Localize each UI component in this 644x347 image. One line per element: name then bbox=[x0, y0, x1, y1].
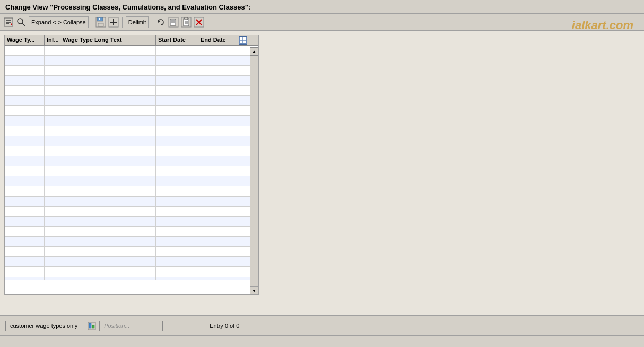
customer-wage-types-button[interactable]: customer wage types only bbox=[5, 321, 82, 331]
position-button[interactable]: Position... bbox=[99, 321, 163, 331]
table-cell bbox=[198, 197, 238, 206]
table-cell bbox=[60, 186, 156, 196]
table-row[interactable] bbox=[5, 126, 258, 136]
table-cell bbox=[45, 146, 60, 156]
table-cell bbox=[156, 146, 198, 156]
table-row[interactable] bbox=[5, 156, 258, 166]
table-cell-scrollbar bbox=[238, 197, 248, 206]
paste-icon[interactable] bbox=[181, 17, 192, 28]
table-cell bbox=[198, 86, 238, 95]
table-row[interactable] bbox=[5, 217, 258, 227]
table-cell bbox=[198, 156, 238, 166]
table-cell bbox=[198, 207, 238, 216]
col-header-wage-type-long: Wage Type Long Text bbox=[60, 35, 156, 45]
table-cell bbox=[60, 267, 156, 277]
table-row[interactable] bbox=[5, 227, 258, 237]
table-cell bbox=[198, 56, 238, 65]
table-row[interactable] bbox=[5, 267, 258, 277]
table-row[interactable] bbox=[5, 207, 258, 217]
table-row[interactable] bbox=[5, 106, 258, 116]
expand-collapse-button[interactable]: Expand <-> Collapse bbox=[29, 16, 89, 28]
svg-rect-32 bbox=[92, 325, 94, 328]
table-cell-scrollbar bbox=[238, 76, 248, 85]
table-cell bbox=[45, 257, 60, 266]
col-header-wage-type: Wage Ty... bbox=[5, 35, 45, 45]
data-table: Wage Ty... Inf... Wage Type Long Text St… bbox=[4, 35, 259, 295]
scrollbar-track[interactable] bbox=[250, 56, 258, 287]
table-row[interactable] bbox=[5, 237, 258, 247]
table-cell bbox=[60, 136, 156, 146]
table-cell bbox=[60, 227, 156, 236]
status-bar bbox=[0, 335, 644, 347]
svg-rect-19 bbox=[185, 17, 188, 20]
table-row[interactable] bbox=[5, 76, 258, 86]
col-chooser-icon[interactable] bbox=[238, 35, 248, 45]
find-icon[interactable] bbox=[16, 17, 27, 28]
table-cell bbox=[60, 66, 156, 75]
table-cell bbox=[60, 76, 156, 85]
table-cell bbox=[198, 96, 238, 105]
table-cell bbox=[5, 217, 45, 226]
table-cell bbox=[198, 237, 238, 246]
column-chooser-button[interactable] bbox=[239, 36, 247, 45]
table-row[interactable] bbox=[5, 96, 258, 106]
scroll-up-button[interactable]: ▲ bbox=[250, 47, 258, 56]
table-row[interactable] bbox=[5, 277, 258, 280]
table-cell-scrollbar bbox=[238, 166, 248, 176]
table-cell bbox=[156, 197, 198, 206]
customizing-icon[interactable] bbox=[3, 17, 14, 28]
table-row[interactable] bbox=[5, 116, 258, 126]
table-cell bbox=[156, 126, 198, 136]
svg-line-3 bbox=[22, 23, 25, 26]
table-row[interactable] bbox=[5, 56, 258, 66]
table-cell bbox=[60, 86, 156, 95]
delete-icon[interactable] bbox=[194, 17, 204, 28]
table-row[interactable] bbox=[5, 176, 258, 186]
table-cell bbox=[45, 106, 60, 115]
table-cell bbox=[156, 46, 198, 55]
table-cell bbox=[156, 227, 198, 236]
table-cell bbox=[156, 207, 198, 216]
delimit-button[interactable]: Delimit bbox=[126, 16, 149, 28]
table-cell-scrollbar bbox=[238, 106, 248, 115]
copy-icon[interactable] bbox=[168, 17, 179, 28]
table-row[interactable] bbox=[5, 257, 258, 267]
entry-count-label: Entry 0 of 0 bbox=[210, 323, 239, 329]
table-cell bbox=[5, 76, 45, 85]
table-row[interactable] bbox=[5, 46, 258, 56]
table-cell bbox=[45, 217, 60, 226]
table-row[interactable] bbox=[5, 136, 258, 146]
table-row[interactable] bbox=[5, 186, 258, 197]
vertical-scrollbar[interactable]: ▲ ▼ bbox=[250, 47, 258, 295]
table-cell bbox=[45, 56, 60, 65]
table-cell bbox=[45, 247, 60, 256]
table-cell-scrollbar bbox=[238, 66, 248, 75]
scroll-down-button[interactable]: ▼ bbox=[250, 287, 258, 295]
table-cell bbox=[198, 146, 238, 156]
save-icon[interactable] bbox=[95, 17, 106, 28]
table-row[interactable] bbox=[5, 146, 258, 156]
table-cell-scrollbar bbox=[238, 237, 248, 246]
table-row[interactable] bbox=[5, 197, 258, 207]
table-row[interactable] bbox=[5, 247, 258, 257]
undo-icon[interactable] bbox=[155, 17, 166, 28]
table-cell bbox=[45, 237, 60, 246]
svg-rect-29 bbox=[243, 41, 246, 43]
table-cell bbox=[5, 56, 45, 65]
table-cell bbox=[198, 166, 238, 176]
table-cell bbox=[156, 237, 198, 246]
table-cell bbox=[198, 46, 238, 55]
new-entries-icon[interactable] bbox=[108, 17, 119, 28]
table-cell bbox=[60, 257, 156, 266]
table-cell bbox=[5, 156, 45, 166]
svg-rect-13 bbox=[170, 19, 176, 25]
position-icon[interactable] bbox=[86, 321, 97, 331]
table-cell bbox=[5, 176, 45, 186]
table-cell bbox=[45, 76, 60, 85]
table-row[interactable] bbox=[5, 86, 258, 96]
table-cell bbox=[60, 116, 156, 126]
table-cell bbox=[60, 217, 156, 226]
table-row[interactable] bbox=[5, 166, 258, 176]
table-row[interactable] bbox=[5, 66, 258, 76]
table-cell bbox=[156, 176, 198, 186]
